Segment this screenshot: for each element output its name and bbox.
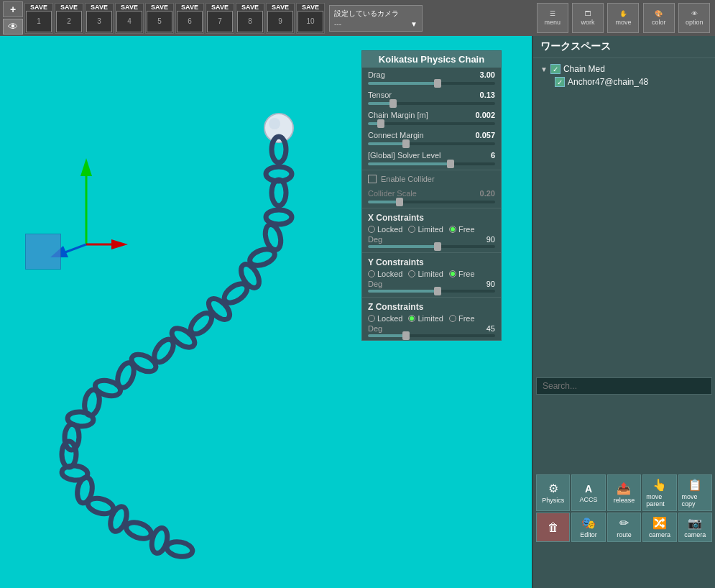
- workspace-title: ワークスペース: [533, 36, 715, 58]
- save-slot-5[interactable]: SAVE 5: [145, 3, 174, 34]
- drag-row: Drag 3.00: [362, 68, 501, 82]
- tree-item-anchor[interactable]: ✓ Anchor47@chain_48: [552, 75, 711, 88]
- save-slot-7[interactable]: SAVE 7: [206, 3, 234, 34]
- tensor-slider[interactable]: [362, 102, 501, 108]
- mask-button[interactable]: 🎭 Editor: [571, 513, 605, 542]
- action-buttons: ⚙ Physics A ACCS 📤 release 👆 move parent…: [533, 472, 715, 545]
- menu-button[interactable]: ☰ menu: [537, 3, 568, 33]
- color-button[interactable]: 🎨 color: [643, 3, 675, 33]
- workspace-tree: ▼ ✓ Chain Med ✓ Anchor47@chain_48: [533, 58, 715, 93]
- enable-collider-checkbox[interactable]: [368, 175, 377, 183]
- release-button[interactable]: 📤 release: [607, 474, 641, 511]
- y-limited-radio[interactable]: Limited: [408, 270, 443, 278]
- blue-cube: [25, 234, 61, 270]
- tree-check-anchor[interactable]: ✓: [555, 77, 565, 87]
- move-copy-button[interactable]: 📋 move copy: [678, 474, 712, 511]
- svg-point-25: [124, 519, 154, 541]
- drag-slider[interactable]: [362, 82, 501, 88]
- svg-marker-29: [80, 158, 92, 176]
- z-constraints-radios: Locked Limited Free: [362, 313, 501, 323]
- plus-button[interactable]: +: [3, 1, 23, 17]
- accs-button[interactable]: A ACCS: [571, 474, 605, 511]
- y-deg-slider[interactable]: [362, 289, 501, 295]
- x-constraints-title: X Constraints: [362, 210, 501, 224]
- y-constraints-radios: Locked Limited Free: [362, 269, 501, 279]
- save-slot-6[interactable]: SAVE 6: [175, 3, 204, 34]
- x-deg-row: Deg 90: [362, 234, 501, 244]
- tree-arrow: ▼: [540, 65, 548, 73]
- plus-eye-group: + 👁: [3, 1, 23, 35]
- delete-button[interactable]: 🗑: [536, 513, 570, 542]
- move-parent-button[interactable]: 👆 move parent: [642, 474, 676, 511]
- svg-point-27: [166, 540, 194, 559]
- save-slot-1[interactable]: SAVE 1: [24, 3, 53, 34]
- work-button[interactable]: 🗔 work: [572, 3, 604, 33]
- save-slot-4[interactable]: SAVE 4: [115, 3, 144, 34]
- save-slot-10[interactable]: SAVE 10: [296, 3, 325, 34]
- physics-button[interactable]: ⚙ Physics: [536, 474, 570, 511]
- save-slot-9[interactable]: SAVE 9: [266, 3, 295, 34]
- x-limited-radio[interactable]: Limited: [408, 225, 443, 234]
- search-area: [533, 375, 715, 398]
- tensor-row: Tensor 0.13: [362, 88, 501, 102]
- tree-check-chain-med[interactable]: ✓: [550, 64, 561, 74]
- move-button[interactable]: ✋ move: [607, 3, 639, 33]
- editor-button[interactable]: ✏ route: [607, 513, 641, 542]
- z-free-radio[interactable]: Free: [449, 314, 475, 323]
- connect-margin-slider[interactable]: [362, 142, 501, 148]
- svg-marker-31: [111, 239, 128, 249]
- x-free-radio[interactable]: Free: [449, 225, 475, 234]
- right-top-toolbar: ☰ menu 🗔 work ✋ move 🎨 color 👁 option: [532, 0, 715, 36]
- search-input[interactable]: [536, 377, 712, 395]
- y-deg-row: Deg 90: [362, 279, 501, 289]
- z-deg-row: Deg 45: [362, 323, 501, 334]
- tree-item-chain-med[interactable]: ▼ ✓ Chain Med: [538, 63, 711, 75]
- solver-slider[interactable]: [362, 162, 501, 168]
- option-button[interactable]: 👁 option: [678, 3, 710, 33]
- connect-margin-row: Connect Margin 0.057: [362, 128, 501, 142]
- z-constraints-title: Z Constraints: [362, 299, 501, 313]
- physics-panel: Koikatsu Physics Chain Drag 3.00 Tensor …: [361, 50, 502, 341]
- collider-scale-row: Collider Scale 0.20: [362, 186, 501, 201]
- camera-button[interactable]: 📷 camera: [678, 513, 712, 542]
- route-button[interactable]: 🔀 camera: [642, 513, 676, 542]
- camera-selector[interactable]: 設定しているカメラ --- ▼: [329, 5, 423, 32]
- y-free-radio[interactable]: Free: [449, 270, 475, 278]
- svg-point-1: [269, 118, 280, 129]
- y-locked-radio[interactable]: Locked: [368, 270, 402, 278]
- save-slot-8[interactable]: SAVE 8: [236, 3, 264, 34]
- collider-scale-slider[interactable]: [362, 201, 501, 206]
- right-panel: ワークスペース ▼ ✓ Chain Med ✓ Anchor47@chain_4…: [532, 36, 715, 588]
- save-slot-3[interactable]: SAVE 3: [85, 3, 114, 34]
- solver-level-row: [Global] Solver Level 6: [362, 148, 501, 162]
- x-locked-radio[interactable]: Locked: [368, 225, 402, 234]
- x-deg-slider[interactable]: [362, 244, 501, 251]
- z-deg-slider[interactable]: [362, 334, 501, 340]
- eye-button[interactable]: 👁: [3, 19, 23, 35]
- y-constraints-title: Y Constraints: [362, 254, 501, 269]
- z-locked-radio[interactable]: Locked: [368, 314, 402, 323]
- x-constraints-radios: Locked Limited Free: [362, 224, 501, 234]
- z-limited-radio[interactable]: Limited: [408, 314, 443, 323]
- top-toolbar: + 👁 SAVE 1 SAVE 2 SAVE 3 SAVE 4 SAVE 5 S…: [0, 0, 532, 36]
- save-slot-2[interactable]: SAVE 2: [55, 3, 83, 34]
- svg-point-5: [266, 210, 292, 224]
- enable-collider-row: Enable Collider: [362, 172, 501, 186]
- physics-panel-title: Koikatsu Physics Chain: [362, 51, 501, 68]
- chain-margin-slider[interactable]: [362, 122, 501, 128]
